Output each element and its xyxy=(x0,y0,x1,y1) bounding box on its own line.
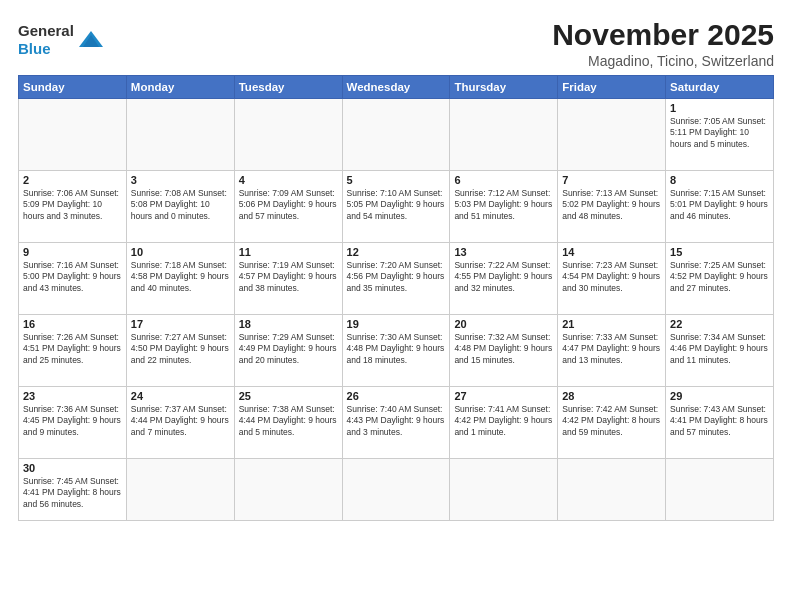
calendar-day-cell: 13Sunrise: 7:22 AM Sunset: 4:55 PM Dayli… xyxy=(450,243,558,315)
day-number: 17 xyxy=(131,318,230,330)
logo-icon xyxy=(77,29,105,51)
calendar-day-cell: 19Sunrise: 7:30 AM Sunset: 4:48 PM Dayli… xyxy=(342,315,450,387)
day-number: 5 xyxy=(347,174,446,186)
calendar-day-cell xyxy=(126,459,234,521)
day-number: 19 xyxy=(347,318,446,330)
calendar-day-cell xyxy=(126,99,234,171)
weekday-header: Wednesday xyxy=(342,76,450,99)
day-info: Sunrise: 7:26 AM Sunset: 4:51 PM Dayligh… xyxy=(23,332,122,366)
calendar-day-cell: 4Sunrise: 7:09 AM Sunset: 5:06 PM Daylig… xyxy=(234,171,342,243)
calendar-day-cell: 28Sunrise: 7:42 AM Sunset: 4:42 PM Dayli… xyxy=(558,387,666,459)
day-number: 16 xyxy=(23,318,122,330)
page: GeneralBlue November 2025 Magadino, Tici… xyxy=(0,0,792,612)
calendar-week-row: 23Sunrise: 7:36 AM Sunset: 4:45 PM Dayli… xyxy=(19,387,774,459)
calendar-day-cell: 1Sunrise: 7:05 AM Sunset: 5:11 PM Daylig… xyxy=(666,99,774,171)
day-number: 26 xyxy=(347,390,446,402)
calendar-day-cell: 20Sunrise: 7:32 AM Sunset: 4:48 PM Dayli… xyxy=(450,315,558,387)
day-number: 6 xyxy=(454,174,553,186)
weekday-header: Saturday xyxy=(666,76,774,99)
calendar-day-cell: 25Sunrise: 7:38 AM Sunset: 4:44 PM Dayli… xyxy=(234,387,342,459)
day-info: Sunrise: 7:06 AM Sunset: 5:09 PM Dayligh… xyxy=(23,188,122,222)
day-info: Sunrise: 7:41 AM Sunset: 4:42 PM Dayligh… xyxy=(454,404,553,438)
calendar-day-cell: 6Sunrise: 7:12 AM Sunset: 5:03 PM Daylig… xyxy=(450,171,558,243)
day-number: 10 xyxy=(131,246,230,258)
calendar-day-cell: 26Sunrise: 7:40 AM Sunset: 4:43 PM Dayli… xyxy=(342,387,450,459)
calendar-day-cell: 3Sunrise: 7:08 AM Sunset: 5:08 PM Daylig… xyxy=(126,171,234,243)
day-info: Sunrise: 7:30 AM Sunset: 4:48 PM Dayligh… xyxy=(347,332,446,366)
weekday-header-row: SundayMondayTuesdayWednesdayThursdayFrid… xyxy=(19,76,774,99)
calendar-day-cell xyxy=(450,99,558,171)
title-block: November 2025 Magadino, Ticino, Switzerl… xyxy=(552,18,774,69)
calendar-day-cell: 23Sunrise: 7:36 AM Sunset: 4:45 PM Dayli… xyxy=(19,387,127,459)
calendar-day-cell: 8Sunrise: 7:15 AM Sunset: 5:01 PM Daylig… xyxy=(666,171,774,243)
day-info: Sunrise: 7:09 AM Sunset: 5:06 PM Dayligh… xyxy=(239,188,338,222)
day-info: Sunrise: 7:08 AM Sunset: 5:08 PM Dayligh… xyxy=(131,188,230,222)
calendar: SundayMondayTuesdayWednesdayThursdayFrid… xyxy=(18,75,774,521)
day-number: 14 xyxy=(562,246,661,258)
day-info: Sunrise: 7:12 AM Sunset: 5:03 PM Dayligh… xyxy=(454,188,553,222)
weekday-header: Friday xyxy=(558,76,666,99)
day-info: Sunrise: 7:32 AM Sunset: 4:48 PM Dayligh… xyxy=(454,332,553,366)
day-number: 27 xyxy=(454,390,553,402)
day-info: Sunrise: 7:33 AM Sunset: 4:47 PM Dayligh… xyxy=(562,332,661,366)
day-number: 8 xyxy=(670,174,769,186)
day-number: 7 xyxy=(562,174,661,186)
day-info: Sunrise: 7:27 AM Sunset: 4:50 PM Dayligh… xyxy=(131,332,230,366)
day-info: Sunrise: 7:10 AM Sunset: 5:05 PM Dayligh… xyxy=(347,188,446,222)
day-info: Sunrise: 7:15 AM Sunset: 5:01 PM Dayligh… xyxy=(670,188,769,222)
day-info: Sunrise: 7:25 AM Sunset: 4:52 PM Dayligh… xyxy=(670,260,769,294)
day-info: Sunrise: 7:13 AM Sunset: 5:02 PM Dayligh… xyxy=(562,188,661,222)
day-info: Sunrise: 7:38 AM Sunset: 4:44 PM Dayligh… xyxy=(239,404,338,438)
calendar-day-cell: 15Sunrise: 7:25 AM Sunset: 4:52 PM Dayli… xyxy=(666,243,774,315)
calendar-week-row: 16Sunrise: 7:26 AM Sunset: 4:51 PM Dayli… xyxy=(19,315,774,387)
calendar-day-cell: 9Sunrise: 7:16 AM Sunset: 5:00 PM Daylig… xyxy=(19,243,127,315)
calendar-day-cell: 14Sunrise: 7:23 AM Sunset: 4:54 PM Dayli… xyxy=(558,243,666,315)
day-info: Sunrise: 7:42 AM Sunset: 4:42 PM Dayligh… xyxy=(562,404,661,438)
day-number: 30 xyxy=(23,462,122,474)
day-number: 12 xyxy=(347,246,446,258)
day-number: 25 xyxy=(239,390,338,402)
weekday-header: Tuesday xyxy=(234,76,342,99)
calendar-day-cell: 29Sunrise: 7:43 AM Sunset: 4:41 PM Dayli… xyxy=(666,387,774,459)
calendar-week-row: 2Sunrise: 7:06 AM Sunset: 5:09 PM Daylig… xyxy=(19,171,774,243)
day-info: Sunrise: 7:34 AM Sunset: 4:46 PM Dayligh… xyxy=(670,332,769,366)
day-number: 28 xyxy=(562,390,661,402)
calendar-day-cell: 27Sunrise: 7:41 AM Sunset: 4:42 PM Dayli… xyxy=(450,387,558,459)
calendar-day-cell xyxy=(342,459,450,521)
logo: GeneralBlue xyxy=(18,22,105,58)
calendar-day-cell xyxy=(558,459,666,521)
calendar-week-row: 9Sunrise: 7:16 AM Sunset: 5:00 PM Daylig… xyxy=(19,243,774,315)
day-number: 2 xyxy=(23,174,122,186)
day-number: 23 xyxy=(23,390,122,402)
day-info: Sunrise: 7:37 AM Sunset: 4:44 PM Dayligh… xyxy=(131,404,230,438)
day-info: Sunrise: 7:40 AM Sunset: 4:43 PM Dayligh… xyxy=(347,404,446,438)
calendar-week-row: 1Sunrise: 7:05 AM Sunset: 5:11 PM Daylig… xyxy=(19,99,774,171)
day-number: 20 xyxy=(454,318,553,330)
calendar-day-cell: 2Sunrise: 7:06 AM Sunset: 5:09 PM Daylig… xyxy=(19,171,127,243)
calendar-day-cell: 30Sunrise: 7:45 AM Sunset: 4:41 PM Dayli… xyxy=(19,459,127,521)
calendar-day-cell xyxy=(234,99,342,171)
day-info: Sunrise: 7:20 AM Sunset: 4:56 PM Dayligh… xyxy=(347,260,446,294)
day-info: Sunrise: 7:45 AM Sunset: 4:41 PM Dayligh… xyxy=(23,476,122,510)
day-number: 11 xyxy=(239,246,338,258)
calendar-day-cell: 18Sunrise: 7:29 AM Sunset: 4:49 PM Dayli… xyxy=(234,315,342,387)
day-info: Sunrise: 7:16 AM Sunset: 5:00 PM Dayligh… xyxy=(23,260,122,294)
day-info: Sunrise: 7:18 AM Sunset: 4:58 PM Dayligh… xyxy=(131,260,230,294)
calendar-day-cell: 10Sunrise: 7:18 AM Sunset: 4:58 PM Dayli… xyxy=(126,243,234,315)
calendar-day-cell xyxy=(234,459,342,521)
calendar-day-cell xyxy=(342,99,450,171)
calendar-day-cell: 24Sunrise: 7:37 AM Sunset: 4:44 PM Dayli… xyxy=(126,387,234,459)
day-number: 1 xyxy=(670,102,769,114)
header: GeneralBlue November 2025 Magadino, Tici… xyxy=(18,18,774,69)
calendar-day-cell: 22Sunrise: 7:34 AM Sunset: 4:46 PM Dayli… xyxy=(666,315,774,387)
day-number: 22 xyxy=(670,318,769,330)
calendar-day-cell: 11Sunrise: 7:19 AM Sunset: 4:57 PM Dayli… xyxy=(234,243,342,315)
day-info: Sunrise: 7:19 AM Sunset: 4:57 PM Dayligh… xyxy=(239,260,338,294)
weekday-header: Thursday xyxy=(450,76,558,99)
page-subtitle: Magadino, Ticino, Switzerland xyxy=(552,53,774,69)
day-info: Sunrise: 7:36 AM Sunset: 4:45 PM Dayligh… xyxy=(23,404,122,438)
day-number: 3 xyxy=(131,174,230,186)
day-info: Sunrise: 7:29 AM Sunset: 4:49 PM Dayligh… xyxy=(239,332,338,366)
calendar-week-row: 30Sunrise: 7:45 AM Sunset: 4:41 PM Dayli… xyxy=(19,459,774,521)
calendar-day-cell: 5Sunrise: 7:10 AM Sunset: 5:05 PM Daylig… xyxy=(342,171,450,243)
